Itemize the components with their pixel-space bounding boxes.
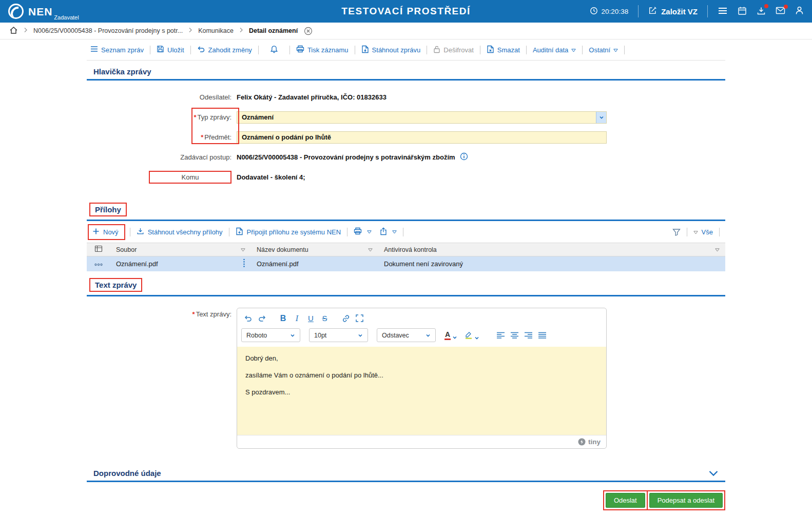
- column-label: Antivirová kontrola: [384, 246, 437, 253]
- font-family-select[interactable]: Roboto: [241, 328, 300, 342]
- editor-content[interactable]: Dobrý den, zasíláme Vám o oznámení o pod…: [237, 347, 606, 435]
- save-button[interactable]: Uložit: [155, 45, 186, 54]
- grid-settings-cell[interactable]: [87, 245, 110, 254]
- close-record-icon[interactable]: [304, 27, 313, 35]
- bold-button[interactable]: B: [276, 312, 290, 325]
- calendar-button[interactable]: [738, 6, 747, 17]
- info-icon[interactable]: [460, 152, 468, 162]
- decrypt-button[interactable]: Dešifrovat: [432, 45, 475, 55]
- cell-nazev: Oznámení.pdf: [251, 260, 378, 268]
- download-all-attachments-button[interactable]: Stáhnout všechny přílohy: [135, 227, 224, 236]
- paragraph-format-select[interactable]: Odstavec: [377, 328, 436, 342]
- redo-button[interactable]: [255, 312, 269, 325]
- show-all-filter-dropdown[interactable]: Vše: [692, 228, 714, 236]
- table-row[interactable]: Oznámení.pdf Oznámení.pdf Dokument není …: [87, 256, 725, 271]
- editor-paragraph: S pozdravem...: [245, 388, 598, 396]
- messages-button[interactable]: [776, 7, 785, 16]
- additional-info-title: Doprovodné údaje: [93, 469, 161, 478]
- create-vz-button[interactable]: Založit VZ: [648, 6, 698, 16]
- chevron-down-icon: [426, 333, 431, 338]
- filter-triangle-icon[interactable]: [368, 246, 373, 253]
- delete-button[interactable]: Smazat: [485, 45, 521, 55]
- chevron-down-icon: [474, 335, 479, 341]
- download-all-label: Stáhnout všechny přílohy: [148, 228, 223, 236]
- toolbar-separator: [355, 46, 355, 54]
- printer-icon: [296, 45, 304, 54]
- discard-changes-button[interactable]: Zahodit změny: [196, 46, 254, 54]
- home-button[interactable]: [9, 26, 18, 36]
- select-dropdown-button[interactable]: [596, 112, 606, 123]
- breadcrumb-current: Detail oznámení: [249, 27, 298, 34]
- fullscreen-button[interactable]: [353, 312, 366, 325]
- chevron-down-icon: [290, 333, 295, 338]
- download-message-button[interactable]: Stáhnout zprávu: [360, 45, 422, 55]
- expand-section-button[interactable]: [708, 470, 719, 478]
- bell-icon: [270, 45, 278, 55]
- message-type-label-cell: *Typ zprávy:: [87, 113, 237, 121]
- strikethrough-button[interactable]: S: [318, 312, 332, 325]
- audit-data-dropdown[interactable]: Auditní data: [531, 46, 577, 54]
- print-record-button[interactable]: Tisk záznamu: [295, 45, 350, 54]
- sign-and-send-button[interactable]: Podepsat a odeslat: [649, 493, 723, 508]
- filter-triangle-icon[interactable]: [715, 246, 720, 253]
- notification-badge: [784, 5, 788, 9]
- column-header-soubor[interactable]: Soubor: [110, 246, 251, 253]
- menu-button[interactable]: [718, 7, 728, 16]
- column-header-antivir[interactable]: Antivirová kontrola: [378, 246, 725, 253]
- attachments-section: Přílohy Nový Stáhnout všechny přílohy Př…: [87, 196, 725, 271]
- justify-button[interactable]: [535, 329, 549, 342]
- plus-icon: [92, 228, 100, 236]
- audit-data-label: Auditní data: [533, 46, 568, 54]
- align-left-button[interactable]: [494, 329, 508, 342]
- highlight-color-button[interactable]: [465, 330, 479, 341]
- italic-button[interactable]: I: [290, 312, 304, 325]
- toolbar-separator: [130, 228, 130, 236]
- file-name: Oznámení.pdf: [116, 260, 158, 268]
- print-attachments-dropdown[interactable]: [352, 227, 373, 236]
- hamburger-icon: [718, 7, 728, 16]
- breadcrumb-item-procedure[interactable]: N006/25/V00005438 - Provozování prodejny…: [33, 27, 183, 34]
- column-header-nazev[interactable]: Název dokumentu: [251, 246, 378, 253]
- chevron-down-icon: [358, 333, 363, 338]
- message-header-form: Odesílatel: Felix Okátý - Zadavatel přír…: [87, 81, 725, 196]
- brand-area: NEN Zadavatel: [8, 4, 152, 19]
- underline-button[interactable]: U: [304, 312, 318, 325]
- message-type-select[interactable]: Oznámení: [237, 111, 607, 124]
- toolbar-separator: [687, 228, 687, 236]
- new-attachment-label: Nový: [103, 228, 119, 236]
- other-dropdown[interactable]: Ostatní: [587, 46, 620, 54]
- text-color-button[interactable]: A: [444, 330, 457, 341]
- recipient-label[interactable]: Komu: [149, 171, 231, 184]
- nen-logo-icon[interactable]: [8, 4, 24, 19]
- row-menu-cell[interactable]: [87, 260, 110, 268]
- notifications-bell-button[interactable]: [263, 45, 285, 55]
- document-download-icon: [361, 45, 369, 55]
- align-center-button[interactable]: [508, 329, 521, 342]
- environment-title: TESTOVACÍ PROSTŘEDÍ: [341, 6, 471, 17]
- link-button[interactable]: [339, 312, 353, 325]
- toolbar-separator: [150, 46, 150, 54]
- subject-input[interactable]: Oznámení o podání po lhůtě: [237, 131, 607, 144]
- send-button[interactable]: Odeslat: [606, 493, 645, 508]
- subject-value: Oznámení o podání po lhůtě: [242, 133, 331, 141]
- message-list-button[interactable]: Seznam zpráv: [89, 46, 145, 54]
- message-header-section: Hlavička zprávy Odesílatel: Felix Okátý …: [87, 61, 725, 196]
- filter-funnel-button[interactable]: [671, 228, 682, 236]
- undo-button[interactable]: [241, 312, 255, 325]
- export-attachments-dropdown[interactable]: [378, 227, 398, 237]
- font-size-select[interactable]: 10pt: [309, 328, 368, 342]
- attach-from-nen-button[interactable]: Připojit přílohu ze systému NEN: [234, 227, 343, 237]
- attachments-table: Soubor Název dokumentu Antivirová kontro…: [87, 243, 725, 271]
- document-delete-icon: [487, 45, 494, 55]
- profile-button[interactable]: [795, 6, 804, 16]
- downloads-button[interactable]: [757, 6, 766, 17]
- share-icon: [380, 227, 387, 237]
- align-right-button[interactable]: [521, 329, 535, 342]
- new-attachment-button[interactable]: Nový: [91, 228, 120, 236]
- column-resize-handle[interactable]: [243, 258, 245, 269]
- delete-label: Smazat: [497, 46, 520, 54]
- print-record-label: Tisk záznamu: [307, 46, 349, 54]
- subject-label: Předmět:: [204, 133, 231, 141]
- breadcrumb-item-komunikace[interactable]: Komunikace: [198, 27, 234, 34]
- filter-triangle-icon[interactable]: [241, 246, 245, 253]
